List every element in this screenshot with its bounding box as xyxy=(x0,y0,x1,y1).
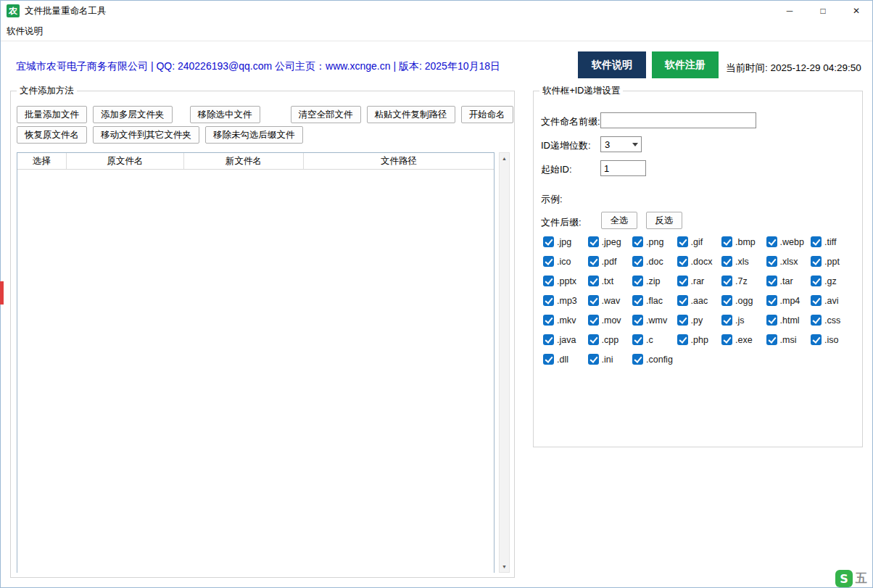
checkbox-checked-icon[interactable] xyxy=(588,276,599,286)
checkbox-checked-icon[interactable] xyxy=(766,334,777,345)
extension-item-7z[interactable]: .7z xyxy=(721,276,766,286)
scroll-down-icon[interactable]: ▼ xyxy=(500,561,509,572)
file-table-body[interactable] xyxy=(17,170,494,573)
checkbox-checked-icon[interactable] xyxy=(632,315,643,326)
software-info-button[interactable]: 软件说明 xyxy=(578,51,646,78)
minimize-button[interactable]: ─ xyxy=(773,0,806,22)
extension-item-bmp[interactable]: .bmp xyxy=(721,236,766,247)
extension-item-wmv[interactable]: .wmv xyxy=(632,315,677,326)
extension-item-flac[interactable]: .flac xyxy=(632,295,677,306)
prefix-input[interactable] xyxy=(600,112,756,128)
extension-item-doc[interactable]: .doc xyxy=(632,256,677,267)
extension-item-mp4[interactable]: .mp4 xyxy=(766,295,811,306)
id-digits-dropdown[interactable]: 3 xyxy=(600,136,642,152)
remove-unchecked-suffix-button[interactable]: 移除未勾选后缀文件 xyxy=(205,126,303,144)
extension-item-gif[interactable]: .gif xyxy=(677,236,722,247)
extension-item-ini[interactable]: .ini xyxy=(588,354,633,365)
extension-item-ppt[interactable]: .ppt xyxy=(811,256,856,267)
checkbox-checked-icon[interactable] xyxy=(632,236,643,247)
checkbox-checked-icon[interactable] xyxy=(721,295,732,306)
checkbox-checked-icon[interactable] xyxy=(811,334,822,345)
checkbox-checked-icon[interactable] xyxy=(588,315,599,326)
vertical-scrollbar[interactable]: ▲ ▼ xyxy=(499,152,510,573)
invert-selection-button[interactable]: 反选 xyxy=(646,212,682,229)
checkbox-checked-icon[interactable] xyxy=(632,276,643,286)
checkbox-checked-icon[interactable] xyxy=(588,256,599,267)
extension-item-webp[interactable]: .webp xyxy=(766,236,811,247)
start-rename-button[interactable]: 开始命名 xyxy=(461,106,513,123)
checkbox-checked-icon[interactable] xyxy=(811,256,822,267)
checkbox-checked-icon[interactable] xyxy=(811,276,822,286)
add-multilevel-folder-button[interactable]: 添加多层文件夹 xyxy=(93,106,173,123)
checkbox-checked-icon[interactable] xyxy=(721,315,732,326)
scroll-up-icon[interactable]: ▲ xyxy=(500,153,509,164)
column-header-new-name[interactable]: 新文件名 xyxy=(184,153,304,169)
extension-item-ogg[interactable]: .ogg xyxy=(721,295,766,306)
checkbox-checked-icon[interactable] xyxy=(677,256,688,267)
checkbox-checked-icon[interactable] xyxy=(721,236,732,247)
remove-selected-files-button[interactable]: 移除选中文件 xyxy=(190,106,260,123)
checkbox-checked-icon[interactable] xyxy=(543,315,554,326)
checkbox-checked-icon[interactable] xyxy=(543,334,554,345)
checkbox-checked-icon[interactable] xyxy=(766,295,777,306)
checkbox-checked-icon[interactable] xyxy=(766,276,777,286)
extension-item-xlsx[interactable]: .xlsx xyxy=(766,256,811,267)
software-register-button[interactable]: 软件注册 xyxy=(652,51,719,78)
extension-item-mkv[interactable]: .mkv xyxy=(543,315,588,326)
extension-item-png[interactable]: .png xyxy=(632,236,677,247)
restore-original-names-button[interactable]: 恢复原文件名 xyxy=(17,126,87,144)
checkbox-checked-icon[interactable] xyxy=(811,295,822,306)
checkbox-checked-icon[interactable] xyxy=(721,256,732,267)
checkbox-checked-icon[interactable] xyxy=(543,295,554,306)
menu-item-software-info[interactable]: 软件说明 xyxy=(0,25,49,38)
checkbox-checked-icon[interactable] xyxy=(632,354,643,365)
extension-item-gz[interactable]: .gz xyxy=(811,276,856,286)
checkbox-checked-icon[interactable] xyxy=(677,334,688,345)
extension-item-iso[interactable]: .iso xyxy=(811,334,856,345)
paste-copy-path-button[interactable]: 粘贴文件复制路径 xyxy=(367,106,455,123)
dropdown-arrow-icon[interactable] xyxy=(629,137,641,152)
checkbox-checked-icon[interactable] xyxy=(721,276,732,286)
checkbox-checked-icon[interactable] xyxy=(721,334,732,345)
checkbox-checked-icon[interactable] xyxy=(632,334,643,345)
checkbox-checked-icon[interactable] xyxy=(677,276,688,286)
column-header-file-path[interactable]: 文件路径 xyxy=(304,153,494,169)
checkbox-checked-icon[interactable] xyxy=(632,256,643,267)
extension-item-xls[interactable]: .xls xyxy=(721,256,766,267)
extension-item-cpp[interactable]: .cpp xyxy=(588,334,633,345)
extension-item-txt[interactable]: .txt xyxy=(588,276,633,286)
extension-item-html[interactable]: .html xyxy=(766,315,811,326)
checkbox-checked-icon[interactable] xyxy=(543,354,554,365)
clear-all-files-button[interactable]: 清空全部文件 xyxy=(291,106,361,123)
extension-item-tar[interactable]: .tar xyxy=(766,276,811,286)
checkbox-checked-icon[interactable] xyxy=(677,295,688,306)
extension-item-rar[interactable]: .rar xyxy=(677,276,722,286)
checkbox-checked-icon[interactable] xyxy=(543,256,554,267)
extension-item-js[interactable]: .js xyxy=(721,315,766,326)
extension-item-jpeg[interactable]: .jpeg xyxy=(588,236,633,247)
checkbox-checked-icon[interactable] xyxy=(766,256,777,267)
checkbox-checked-icon[interactable] xyxy=(588,354,599,365)
extension-item-aac[interactable]: .aac xyxy=(677,295,722,306)
checkbox-checked-icon[interactable] xyxy=(677,236,688,247)
extension-item-pdf[interactable]: .pdf xyxy=(588,256,633,267)
checkbox-checked-icon[interactable] xyxy=(766,236,777,247)
extension-item-msi[interactable]: .msi xyxy=(766,334,811,345)
checkbox-checked-icon[interactable] xyxy=(588,334,599,345)
column-header-select[interactable]: 选择 xyxy=(17,153,67,169)
checkbox-checked-icon[interactable] xyxy=(543,276,554,286)
extension-item-php[interactable]: .php xyxy=(677,334,722,345)
add-files-button[interactable]: 批量添加文件 xyxy=(17,106,87,123)
checkbox-checked-icon[interactable] xyxy=(588,295,599,306)
move-files-to-folder-button[interactable]: 移动文件到其它文件夹 xyxy=(93,126,199,144)
checkbox-checked-icon[interactable] xyxy=(632,295,643,306)
extension-item-wav[interactable]: .wav xyxy=(588,295,633,306)
extension-item-mov[interactable]: .mov xyxy=(588,315,633,326)
extension-item-tiff[interactable]: .tiff xyxy=(811,236,856,247)
extension-item-ico[interactable]: .ico xyxy=(543,256,588,267)
extension-item-java[interactable]: .java xyxy=(543,334,588,345)
extension-item-jpg[interactable]: .jpg xyxy=(543,236,588,247)
checkbox-checked-icon[interactable] xyxy=(811,315,822,326)
start-id-input[interactable] xyxy=(600,160,646,176)
extension-item-avi[interactable]: .avi xyxy=(811,295,856,306)
